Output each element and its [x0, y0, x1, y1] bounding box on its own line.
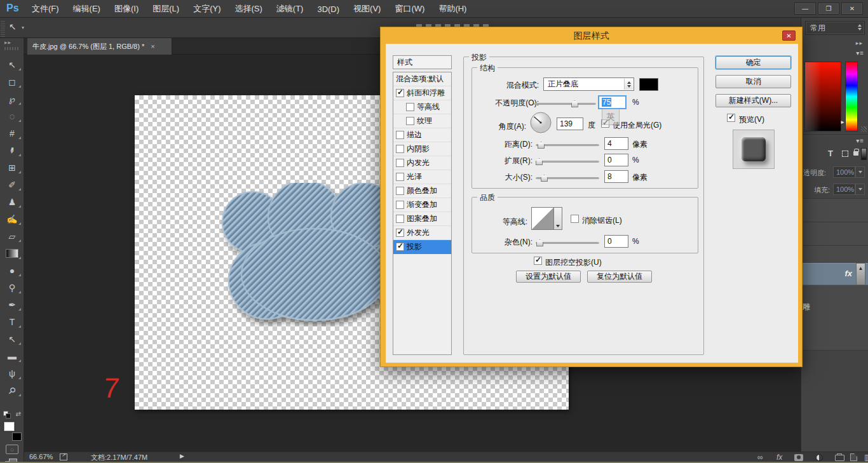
menu-item[interactable]: 窗口(W): [392, 3, 427, 15]
status-expand-icon[interactable]: ▶: [180, 453, 184, 459]
style-item[interactable]: 斜面和浮雕: [393, 86, 451, 100]
path-select-tool[interactable]: ↖: [3, 333, 22, 346]
panel-collapse-icon[interactable]: ▶▶: [856, 41, 863, 45]
style-item[interactable]: 渐变叠加: [393, 198, 451, 212]
opacity-input[interactable]: 75: [598, 95, 627, 109]
pen-tool[interactable]: ✒: [3, 299, 22, 311]
style-checkbox[interactable]: [396, 215, 404, 223]
history-brush-tool[interactable]: ✍: [3, 213, 22, 225]
clone-stamp-tool[interactable]: ♟: [3, 196, 22, 208]
move-tool[interactable]: ↖: [3, 58, 22, 71]
hand-tool[interactable]: ψ: [3, 367, 22, 380]
blur-tool[interactable]: ●: [3, 264, 22, 277]
layers-scrollbar[interactable]: ▲: [856, 263, 865, 285]
style-checkbox[interactable]: [396, 145, 404, 153]
link-layers-icon[interactable]: ∞: [757, 453, 763, 461]
color-picker-field[interactable]: [804, 62, 841, 131]
knockout-checkbox[interactable]: [534, 257, 542, 265]
menu-item[interactable]: 文字(Y): [191, 3, 223, 15]
menu-item[interactable]: 3D(D): [315, 4, 342, 14]
menu-item[interactable]: 视图(V): [351, 3, 383, 15]
healing-brush-tool[interactable]: ⊞: [3, 161, 22, 174]
layer-fill-value[interactable]: 100%: [833, 184, 855, 195]
style-checkbox[interactable]: [396, 201, 404, 209]
style-checkbox[interactable]: [396, 131, 404, 139]
panel-resize-grip[interactable]: [861, 126, 867, 132]
fill-dropdown-icon[interactable]: [855, 184, 865, 195]
style-item[interactable]: 颜色叠加: [393, 184, 451, 198]
lock-position-icon[interactable]: [842, 151, 848, 157]
style-checkbox[interactable]: [396, 89, 404, 97]
new-layer-icon[interactable]: [850, 453, 857, 461]
style-item[interactable]: 图案叠加: [393, 212, 451, 226]
gradient-tool[interactable]: [3, 247, 22, 260]
angle-dial[interactable]: [529, 111, 552, 134]
swap-colors-icon[interactable]: ⇄: [3, 410, 22, 419]
opacity-slider[interactable]: [534, 100, 596, 109]
size-input[interactable]: 8: [604, 170, 628, 183]
close-window-button[interactable]: ✕: [841, 3, 863, 15]
menu-item[interactable]: 图像(I): [112, 3, 141, 15]
style-item[interactable]: 等高线: [393, 100, 451, 114]
preview-checkbox[interactable]: [727, 114, 735, 122]
menu-item[interactable]: 文件(F): [29, 3, 62, 15]
dodge-tool[interactable]: ⚲: [3, 281, 22, 294]
style-checkbox[interactable]: [396, 173, 404, 181]
menu-item[interactable]: 帮助(H): [436, 3, 469, 15]
style-checkbox[interactable]: [396, 187, 404, 195]
menu-item[interactable]: 图层(L): [150, 3, 182, 15]
style-item[interactable]: 内发光: [393, 156, 451, 170]
anti-alias-checkbox[interactable]: [571, 215, 579, 223]
hue-slider-handle[interactable]: ►: [840, 119, 845, 125]
dialog-title[interactable]: 图层样式: [381, 27, 802, 44]
menu-item[interactable]: 编辑(E): [71, 3, 103, 15]
blend-mode-select[interactable]: 正片叠底: [543, 77, 634, 91]
restore-button[interactable]: ❐: [818, 3, 839, 15]
foreground-background-swatches[interactable]: [4, 422, 22, 441]
style-item[interactable]: 描边: [393, 128, 451, 142]
options-bar-grip[interactable]: [1, 20, 5, 37]
cancel-button[interactable]: 取消: [715, 75, 791, 88]
toolbar-collapse-icon[interactable]: ▶▶: [4, 40, 11, 44]
layer-opacity-value[interactable]: 100%: [833, 166, 855, 178]
style-item[interactable]: 纹理: [393, 114, 451, 128]
add-layer-mask-icon[interactable]: [794, 454, 803, 461]
document-tab[interactable]: 牛皮.jpg @ 66.7% (图层 1, RGB/8) * ×: [27, 38, 172, 55]
marquee-tool[interactable]: ◻: [3, 76, 22, 88]
zoom-level[interactable]: 66.67%: [29, 453, 53, 460]
document-size-status[interactable]: 文档:2.17M/7.47M: [91, 453, 147, 462]
lock-all-icon[interactable]: [853, 151, 858, 156]
ok-button[interactable]: 确定: [715, 56, 791, 69]
delete-layer-icon[interactable]: ▥: [864, 453, 868, 461]
noise-slider[interactable]: [536, 239, 599, 248]
layer-effects-fx-badge[interactable]: fx: [844, 269, 852, 278]
noise-input[interactable]: 0: [604, 235, 628, 248]
distance-slider[interactable]: [536, 141, 599, 150]
export-icon[interactable]: ↗: [60, 453, 67, 460]
color-panel-menu-icon[interactable]: ▾≡: [856, 50, 864, 57]
contour-thumbnail[interactable]: [531, 207, 554, 230]
lock-type-icon[interactable]: T: [828, 149, 833, 158]
quick-mask-button[interactable]: ◌: [6, 445, 18, 454]
style-item[interactable]: 内阴影: [393, 142, 451, 156]
eyedropper-tool[interactable]: ✒: [3, 144, 22, 157]
style-checkbox[interactable]: [406, 103, 414, 111]
style-item[interactable]: 投影: [393, 240, 451, 254]
zoom-tool[interactable]: ⚲: [3, 384, 22, 397]
rectangle-tool[interactable]: ▬: [3, 350, 22, 363]
crop-tool[interactable]: #: [3, 127, 22, 140]
tool-preset-caret-icon[interactable]: ▾: [22, 25, 24, 30]
workspace-select[interactable]: 常用: [805, 21, 865, 35]
hue-slider[interactable]: [845, 62, 858, 131]
layer-style-dialog[interactable]: 图层样式 ✕ 样式 混合选项:默认 斜面和浮雕: [380, 27, 803, 367]
style-checkbox[interactable]: [406, 117, 414, 125]
adjustment-layer-icon[interactable]: [816, 454, 823, 461]
layers-panel-menu-icon[interactable]: ▾≡: [856, 137, 864, 144]
brush-tool[interactable]: ✐: [3, 178, 22, 191]
dialog-close-button[interactable]: ✕: [782, 30, 796, 41]
quick-select-tool[interactable]: ◌: [3, 110, 22, 123]
layer-style-fx-icon[interactable]: fx: [776, 453, 782, 461]
type-tool[interactable]: T: [3, 316, 22, 328]
contour-dropdown-icon[interactable]: [554, 207, 562, 230]
style-item[interactable]: 光泽: [393, 170, 451, 184]
